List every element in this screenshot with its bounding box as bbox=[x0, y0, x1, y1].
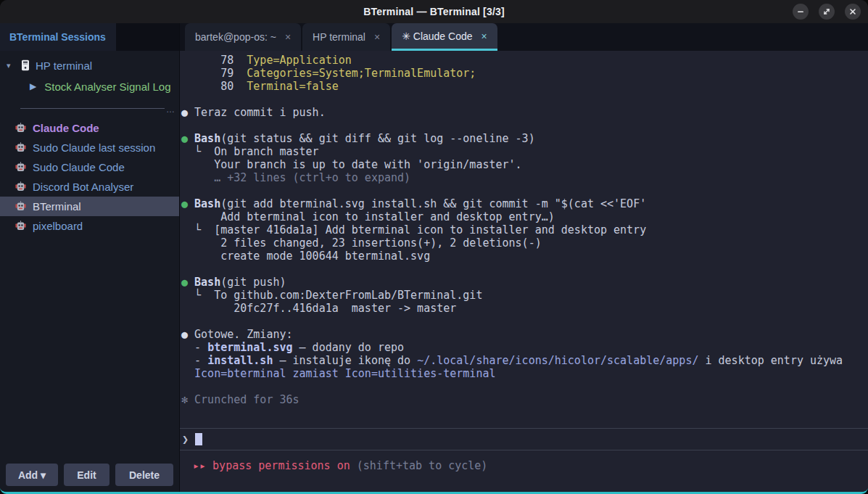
terminal-line bbox=[181, 315, 868, 328]
terminal-output: 78 Type=Application 79 Categories=System… bbox=[180, 51, 868, 406]
minimize-button[interactable] bbox=[793, 4, 809, 20]
bterminal-window: BTerminal — BTerminal [3/3] BTerminal Se… bbox=[0, 0, 868, 494]
terminal: 78 Type=Application 79 Categories=System… bbox=[180, 51, 868, 492]
terminal-line: - install.sh — instaluje ikonę do ~/.loc… bbox=[181, 354, 868, 367]
terminal-line: 2 files changed, 23 insertions(+), 2 del… bbox=[181, 236, 868, 250]
tab-label: bartek@pop-os: ~ bbox=[195, 31, 276, 43]
tree-child-label: Stock Analyser Signal Log bbox=[44, 81, 170, 93]
robot-icon bbox=[15, 142, 26, 153]
edit-button[interactable]: Edit bbox=[64, 464, 109, 486]
terminal-line: ● Gotowe. Zmiany: bbox=[181, 328, 868, 341]
terminal-line: ● Bash(git add bterminal.svg install.sh … bbox=[181, 197, 868, 210]
tree-item-stock-analyser[interactable]: ▶ Stock Analyser Signal Log bbox=[0, 75, 179, 97]
delete-button[interactable]: Delete bbox=[115, 464, 173, 486]
cycle-hint-text: (shift+tab to cycle) bbox=[350, 459, 488, 472]
tree-group-hp-terminal[interactable]: ▾ HP terminal bbox=[0, 55, 179, 75]
terminal-line: 78 Type=Application bbox=[181, 54, 868, 67]
sidebar-header-tab: BTerminal Sessions bbox=[0, 23, 116, 51]
tab-hp-terminal[interactable]: HP terminal× bbox=[302, 23, 390, 51]
terminal-line: └ To github.com:DexterFromLab/BTerminal.… bbox=[181, 289, 868, 302]
terminal-line: ● Bash(git status && git diff && git log… bbox=[181, 132, 868, 145]
tab-label: HP terminal bbox=[313, 31, 365, 43]
tab-close-icon[interactable]: × bbox=[285, 31, 291, 43]
robot-icon bbox=[15, 181, 26, 192]
add-button[interactable]: Add ▾ bbox=[6, 464, 58, 486]
terminal-line bbox=[181, 380, 868, 393]
sidebar-session-discord-bot-analyser[interactable]: Discord Bot Analyser bbox=[0, 177, 179, 197]
minimize-icon bbox=[796, 7, 805, 16]
sidebar-session-claude-code[interactable]: Claude Code bbox=[0, 118, 179, 138]
terminal-line: Icon=bterminal zamiast Icon=utilities-te… bbox=[181, 367, 868, 380]
text-cursor bbox=[195, 433, 202, 445]
maximize-icon bbox=[822, 7, 831, 16]
tab-label: ✳ Claude Code bbox=[402, 30, 472, 42]
session-label: pixelboard bbox=[33, 220, 83, 232]
terminal-line: └ [master 416da1a] Add bterminal icon to… bbox=[181, 223, 868, 236]
prompt-caret: ❯ bbox=[182, 433, 189, 446]
window-title: BTerminal — BTerminal [3/3] bbox=[363, 6, 505, 17]
session-label: Sudo Claude Code bbox=[33, 161, 125, 173]
session-tree: ▾ HP terminal ▶ Stock Analyser Signal Lo… bbox=[0, 51, 179, 118]
terminal-line bbox=[181, 184, 868, 197]
window-controls bbox=[793, 4, 861, 20]
ellipsis-icon[interactable]: … bbox=[165, 107, 176, 112]
sidebar-session-pixelboard[interactable]: pixelboard bbox=[0, 216, 179, 236]
main-panel: bartek@pop-os: ~×HP terminal×✳ Claude Co… bbox=[180, 23, 868, 492]
terminal-line: 79 Categories=System;TerminalEmulator; bbox=[181, 67, 868, 80]
terminal-line bbox=[181, 119, 868, 132]
maximize-button[interactable] bbox=[819, 4, 835, 20]
terminal-line: Your branch is up to date with 'origin/m… bbox=[181, 158, 868, 171]
terminal-line: ● Teraz commit i push. bbox=[181, 106, 868, 119]
session-label: Discord Bot Analyser bbox=[33, 181, 133, 193]
terminal-line: Add bterminal icon to installer and desk… bbox=[181, 210, 868, 223]
terminal-line bbox=[181, 263, 868, 276]
terminal-line: 80 Terminal=false bbox=[181, 80, 868, 93]
robot-icon bbox=[15, 221, 26, 231]
divider-line bbox=[20, 108, 165, 109]
terminal-line: └ On branch master bbox=[181, 145, 868, 158]
play-icon: ▶ bbox=[30, 81, 36, 91]
tab-close-icon[interactable]: × bbox=[374, 31, 380, 43]
robot-icon bbox=[15, 123, 26, 133]
permissions-status: ▸▸ bypass permissions on (shift+tab to c… bbox=[180, 450, 868, 464]
tree-group-label: HP terminal bbox=[36, 59, 92, 72]
terminal-line: - bterminal.svg — dodany do repo bbox=[181, 341, 868, 354]
prompt-input[interactable]: ❯ bbox=[180, 429, 868, 450]
session-label: Sudo Claude last session bbox=[33, 141, 155, 154]
sidebar-spacer bbox=[0, 236, 179, 464]
terminal-line: … +32 lines (ctrl+o to expand) bbox=[181, 171, 868, 184]
tab-claude-code[interactable]: ✳ Claude Code× bbox=[392, 23, 497, 51]
sessions-sidebar: BTerminal Sessions ▾ HP terminal ▶ bbox=[0, 23, 180, 492]
terminal-line: ✻ Crunched for 36s bbox=[181, 393, 868, 406]
terminal-line: ● Bash(git push) bbox=[181, 276, 868, 289]
terminal-line: 20fc27f..416da1a master -> master bbox=[181, 302, 868, 315]
sidebar-header: BTerminal Sessions bbox=[0, 23, 179, 51]
window-body: BTerminal Sessions ▾ HP terminal ▶ bbox=[0, 23, 868, 492]
sidebar-session-sudo-claude-last-session[interactable]: Sudo Claude last session bbox=[0, 138, 179, 157]
sidebar-title: BTerminal Sessions bbox=[9, 31, 106, 43]
sidebar-footer: Add ▾ Edit Delete bbox=[0, 464, 179, 492]
terminal-line: create mode 100644 bterminal.svg bbox=[181, 250, 868, 263]
bypass-status-text: bypass permissions on bbox=[212, 459, 350, 472]
titlebar[interactable]: BTerminal — BTerminal [3/3] bbox=[0, 0, 868, 23]
close-button[interactable] bbox=[845, 4, 861, 20]
sidebar-divider: … bbox=[20, 104, 176, 112]
chevron-down-icon[interactable]: ▾ bbox=[7, 61, 15, 70]
tab-bartek-pop-os[interactable]: bartek@pop-os: ~× bbox=[185, 23, 301, 51]
bypass-arrows-icon: ▸▸ bbox=[193, 459, 212, 472]
session-label: BTerminal bbox=[33, 200, 81, 213]
session-list: Claude Code Sudo Claude last session Sud… bbox=[0, 118, 179, 236]
session-label: Claude Code bbox=[33, 122, 99, 134]
robot-icon bbox=[15, 162, 26, 173]
computer-icon bbox=[21, 59, 30, 71]
tab-strip: bartek@pop-os: ~×HP terminal×✳ Claude Co… bbox=[180, 23, 868, 51]
terminal-line bbox=[181, 93, 868, 106]
sidebar-session-sudo-claude-code[interactable]: Sudo Claude Code bbox=[0, 157, 179, 177]
close-icon bbox=[848, 7, 857, 16]
tab-close-icon[interactable]: × bbox=[481, 30, 487, 42]
sidebar-session-bterminal[interactable]: BTerminal bbox=[0, 197, 179, 216]
robot-icon bbox=[15, 201, 26, 212]
